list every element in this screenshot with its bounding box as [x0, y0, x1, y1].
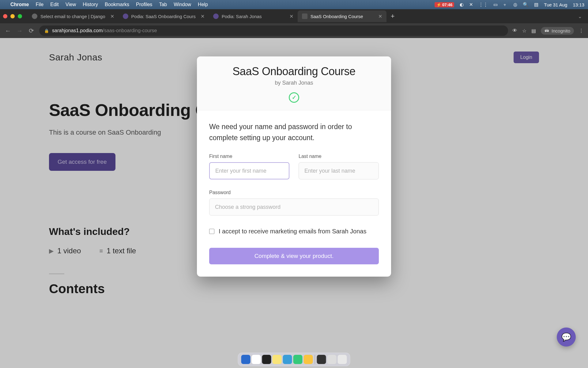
- chat-fab-button[interactable]: 💬: [557, 328, 576, 347]
- last-name-input[interactable]: [299, 162, 379, 179]
- dock-finder-icon[interactable]: [241, 355, 251, 364]
- nav-forward-button[interactable]: →: [16, 27, 23, 34]
- menubar-app-name[interactable]: Chrome: [10, 2, 29, 7]
- password-input[interactable]: [209, 198, 379, 216]
- new-tab-button[interactable]: +: [386, 12, 399, 20]
- macos-dock: [238, 353, 350, 366]
- tab-title: Podia: SaaS Onboarding Cours: [131, 14, 196, 19]
- menubar-right: ⚡07:46 ◐ ✕ ⋮⋮ ▭ ᯤ ◎ 🔍 ▤ Tue 31 Aug 13:13: [435, 2, 584, 7]
- password-label: Password: [209, 190, 379, 195]
- browser-menu-button[interactable]: ⋮: [579, 28, 584, 34]
- tab-close-button[interactable]: ✕: [378, 13, 382, 19]
- tab-close-button[interactable]: ✕: [110, 13, 114, 19]
- tab-favicon-site-icon: [302, 13, 307, 19]
- dock-app-icon[interactable]: [304, 355, 313, 364]
- url-path: /saas-onboarding-course: [103, 28, 157, 33]
- browser-tab-3[interactable]: Podia: Sarah Jonas ✕: [209, 10, 298, 22]
- modal-header: SaaS Onboarding Course by Sarah Jonas ✓: [197, 56, 391, 110]
- tool-icon[interactable]: ✕: [469, 2, 473, 7]
- modal-body: We need your name and password in order …: [197, 110, 391, 277]
- window-zoom-button[interactable]: [18, 14, 22, 18]
- signup-modal: SaaS Onboarding Course by Sarah Jonas ✓ …: [197, 56, 391, 277]
- spotlight-icon[interactable]: 🔍: [523, 2, 529, 7]
- dock-separator: [315, 355, 315, 364]
- eye-off-icon[interactable]: 👁: [512, 28, 517, 33]
- browser-tab-1[interactable]: Select email to change | Django ✕: [28, 10, 119, 22]
- control-center-icon[interactable]: ◎: [513, 2, 517, 7]
- submit-button[interactable]: Complete & view your product.: [209, 248, 379, 264]
- tab-favicon-globe-icon: [32, 13, 37, 19]
- dock-app-icon[interactable]: [327, 355, 337, 364]
- battery-icon[interactable]: ▭: [493, 2, 498, 7]
- tab-title: Select email to change | Django: [40, 14, 105, 19]
- wifi-icon[interactable]: ᯤ: [503, 2, 508, 7]
- macos-menubar: Chrome File Edit View History Bookmarks …: [0, 0, 588, 9]
- menu-window[interactable]: Window: [174, 2, 191, 7]
- dock-notes-icon[interactable]: [273, 355, 282, 364]
- menubar-time[interactable]: 13:13: [573, 2, 584, 7]
- incognito-badge[interactable]: 🕶 Incognito: [541, 27, 574, 35]
- first-name-label: First name: [209, 154, 289, 159]
- modal-overlay[interactable]: SaaS Onboarding Course by Sarah Jonas ✓ …: [0, 38, 588, 368]
- bookmark-star-icon[interactable]: ☆: [522, 28, 526, 34]
- toolbar-right: 👁 ☆ ▤ 🕶 Incognito ⋮: [512, 27, 584, 35]
- menu-help[interactable]: Help: [198, 2, 208, 7]
- page-viewport: Sarah Jonas Login SaaS Onboarding Course…: [0, 38, 588, 368]
- siri-icon[interactable]: ▤: [534, 2, 538, 7]
- menu-edit[interactable]: Edit: [50, 2, 59, 7]
- window-controls: [3, 14, 22, 18]
- url-domain: sarahjonas1.podia.com: [52, 28, 103, 33]
- lock-icon: 🔒: [44, 29, 49, 33]
- toggl-icon[interactable]: ◐: [460, 2, 464, 7]
- menu-icon[interactable]: ⋮⋮: [479, 2, 488, 7]
- tab-title: Podia: Sarah Jonas: [222, 14, 285, 19]
- menu-tab[interactable]: Tab: [159, 2, 167, 7]
- menu-bookmarks[interactable]: Bookmarks: [105, 2, 129, 7]
- dock-trash-icon[interactable]: [338, 355, 347, 364]
- tab-close-button[interactable]: ✕: [289, 13, 293, 19]
- dock-chrome-icon[interactable]: [252, 355, 261, 364]
- tab-title: SaaS Onboarding Course: [311, 14, 373, 19]
- dock-app-icon[interactable]: [317, 355, 326, 364]
- menubar-date[interactable]: Tue 31 Aug: [544, 2, 567, 7]
- tab-close-button[interactable]: ✕: [201, 13, 205, 19]
- last-name-label: Last name: [299, 154, 379, 159]
- reading-list-icon[interactable]: ▤: [531, 28, 536, 34]
- dock-quicktime-icon[interactable]: [283, 355, 292, 364]
- marketing-checkbox-row[interactable]: I accept to receive marketing emails fro…: [209, 228, 379, 235]
- marketing-checkbox[interactable]: [209, 229, 214, 234]
- modal-title: SaaS Onboarding Course: [209, 65, 379, 78]
- battery-indicator[interactable]: ⚡07:46: [435, 2, 454, 7]
- tab-favicon-podia-icon: [213, 13, 219, 19]
- menubar-left: Chrome File Edit View History Bookmarks …: [4, 2, 208, 7]
- address-bar[interactable]: 🔒 sarahjonas1.podia.com/saas-onboarding-…: [39, 25, 508, 36]
- browser-tab-4[interactable]: SaaS Onboarding Course ✕: [298, 10, 386, 22]
- dock-app-icon[interactable]: [293, 355, 303, 364]
- tab-overflow-button[interactable]: ⌄: [575, 13, 585, 19]
- menu-file[interactable]: File: [36, 2, 43, 7]
- browser-tab-2[interactable]: Podia: SaaS Onboarding Cours ✕: [119, 10, 209, 22]
- nav-back-button[interactable]: ←: [4, 27, 12, 34]
- dock-terminal-icon[interactable]: [262, 355, 271, 364]
- chat-icon: 💬: [561, 332, 571, 342]
- success-check-icon: ✓: [289, 92, 299, 103]
- menu-view[interactable]: View: [66, 2, 76, 7]
- window-minimize-button[interactable]: [10, 14, 15, 18]
- marketing-label: I accept to receive marketing emails fro…: [219, 228, 366, 235]
- browser-tab-strip: Select email to change | Django ✕ Podia:…: [0, 9, 588, 23]
- first-name-input[interactable]: [209, 162, 289, 179]
- browser-toolbar: ← → ⟳ 🔒 sarahjonas1.podia.com/saas-onboa…: [0, 23, 588, 38]
- menu-profiles[interactable]: Profiles: [136, 2, 152, 7]
- nav-reload-button[interactable]: ⟳: [28, 27, 35, 34]
- modal-byline: by Sarah Jonas: [209, 80, 379, 86]
- menu-history[interactable]: History: [83, 2, 98, 7]
- modal-intro-text: We need your name and password in order …: [209, 121, 379, 143]
- incognito-icon: 🕶: [545, 28, 549, 33]
- tab-favicon-podia-icon: [123, 13, 128, 19]
- window-close-button[interactable]: [3, 14, 7, 18]
